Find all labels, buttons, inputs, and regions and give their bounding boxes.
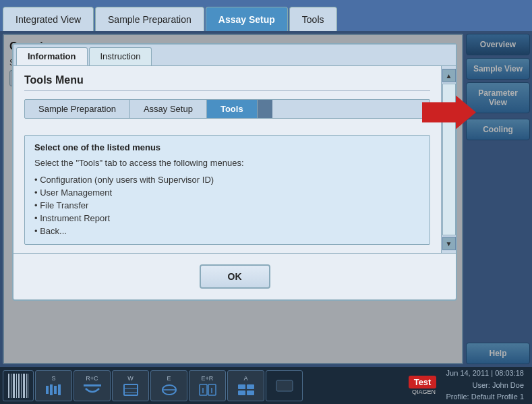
scroll-track (442, 84, 456, 235)
instruction-box: Select one of the listed menus Select th… (24, 135, 430, 245)
modal-content: Tools Menu Sample Preparation Assay Setu… (13, 66, 441, 253)
svg-rect-7 (23, 374, 25, 398)
svg-rect-4 (16, 374, 17, 398)
svg-rect-14 (84, 384, 101, 386)
inner-tab-assay-setup[interactable]: Assay Setup (130, 100, 207, 118)
barcode-icon[interactable] (3, 370, 34, 401)
rc-label: R+C (86, 375, 98, 382)
list-item: Configuration (only users with Superviso… (34, 173, 420, 186)
svg-rect-9 (28, 374, 28, 398)
svg-rect-1 (8, 374, 9, 398)
svg-rect-11 (50, 384, 53, 395)
main-area: Overview Status New... READY Overview Sa… (0, 31, 532, 367)
er-label: E+R (202, 375, 214, 382)
svg-rect-24 (238, 384, 245, 389)
svg-rect-28 (276, 380, 293, 391)
modal-footer: OK (13, 253, 456, 299)
svg-rect-2 (11, 374, 11, 398)
list-item: User Management (34, 186, 420, 199)
svg-rect-25 (247, 384, 254, 389)
tab-sample-preparation[interactable]: Sample Preparation (95, 7, 204, 31)
scroll-up-btn[interactable]: ▲ (442, 69, 456, 82)
s-label: S (51, 375, 55, 382)
svg-rect-27 (247, 391, 254, 395)
svg-rect-26 (238, 391, 245, 395)
list-item: File Transfer (34, 199, 420, 212)
instruction-heading: Select one of the listed menus (34, 142, 420, 152)
test-badge: Test (409, 376, 437, 388)
modal-body: Tools Menu Sample Preparation Assay Setu… (13, 66, 456, 253)
svg-rect-10 (46, 386, 49, 394)
tab-integrated-view[interactable]: Integrated View (3, 7, 94, 31)
tab-assay-setup[interactable]: Assay Setup (206, 7, 288, 31)
instruction-list: Configuration (only users with Superviso… (34, 173, 420, 237)
test-badge-sub: QIAGEN (412, 388, 436, 395)
list-item: Instrument Report (34, 212, 420, 225)
status-profile: Default Profile 1 (471, 393, 524, 401)
blank-icon-btn[interactable] (266, 370, 303, 401)
tab-tools[interactable]: Tools (289, 7, 337, 31)
inner-tab-sample-preparation[interactable]: Sample Preparation (25, 100, 130, 118)
svg-rect-13 (58, 384, 61, 395)
svg-rect-12 (54, 386, 57, 394)
inner-tab-tools[interactable]: Tools (207, 100, 258, 118)
instruction-intro: Select the "Tools" tab to access the fol… (34, 158, 420, 168)
status-date: Jun 14, 2011 | 08:03:18 (446, 369, 524, 377)
s-icon-btn[interactable]: S (35, 370, 72, 401)
ok-button[interactable]: OK (200, 264, 270, 289)
svg-rect-6 (21, 374, 22, 398)
a-label: A (243, 375, 247, 382)
modal-tab-information[interactable]: Information (16, 47, 88, 65)
status-user-label: User: (473, 381, 490, 389)
e-label: E (167, 375, 171, 382)
svg-rect-5 (18, 374, 20, 398)
inner-tab-bar: Sample Preparation Assay Setup Tools (24, 99, 430, 119)
status-profile-label: Profile: (446, 393, 469, 401)
modal-title: Tools Menu (24, 74, 430, 91)
svg-rect-3 (13, 374, 15, 398)
a-icon-btn[interactable]: A (227, 370, 264, 401)
modal-tab-bar: Information Instruction (13, 45, 456, 66)
w-icon-btn[interactable]: W (112, 370, 149, 401)
modal-tab-instruction[interactable]: Instruction (89, 47, 152, 65)
svg-rect-8 (26, 374, 27, 398)
top-tab-bar: Integrated View Sample Preparation Assay… (0, 0, 532, 31)
status-display: Jun 14, 2011 | 08:03:18 User: John Doe P… (446, 368, 529, 403)
modal-scrollbar: ▲ ▼ (441, 66, 456, 253)
w-label: W (127, 375, 134, 382)
svg-rect-15 (124, 384, 138, 395)
scroll-down-btn[interactable]: ▼ (442, 237, 456, 250)
rc-icon-btn[interactable]: R+C (73, 370, 111, 401)
er-icon-btn[interactable]: E+R (189, 370, 226, 401)
modal-dialog: Information Instruction Tools Menu Sampl… (12, 43, 457, 301)
bottom-bar: S R+C W E E+R (0, 367, 532, 404)
list-item: Back... (34, 225, 420, 237)
modal-overlay: Information Instruction Tools Menu Sampl… (0, 31, 532, 367)
status-user: John Doe (492, 381, 524, 389)
e-icon-btn[interactable]: E (150, 370, 187, 401)
inner-tab-arrow (258, 100, 272, 118)
test-badge-wrap: Test QIAGEN (409, 376, 440, 395)
